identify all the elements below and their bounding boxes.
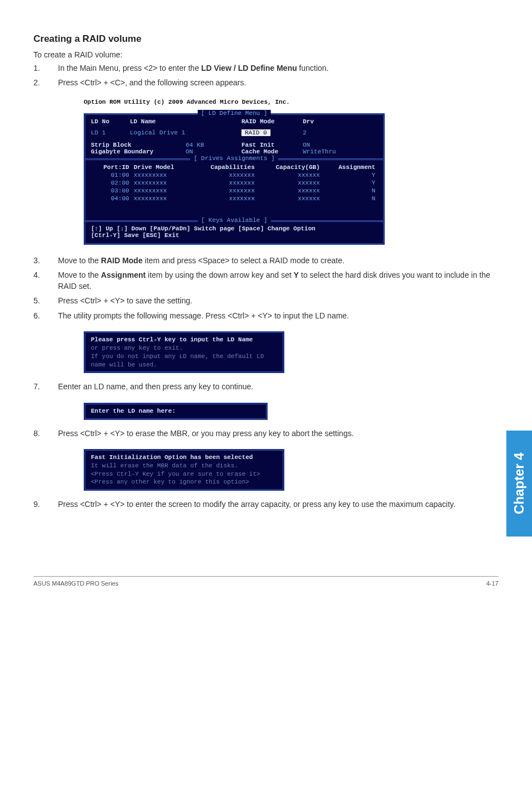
step-number: 2. [33,77,58,88]
bios-screen: [ LD Define Menu ] LD No LD Name RAID Mo… [84,113,385,245]
message-line: <Press Ctrl-Y Key if you are sure to era… [91,470,277,479]
message-line: If you do not input any LD name, the def… [91,352,277,361]
cell: N [322,187,378,195]
cell: xxxxxx [257,195,322,202]
chapter-tab: Chapter 4 [506,431,532,537]
message-line: or press any key to exit. [91,344,277,352]
cell: 02:00 [91,179,132,187]
section-title: Creating a RAID volume [33,33,499,45]
step-text: Eenter an LD name, and then press any ke… [58,381,499,392]
step-text: Move to the RAID Mode item and press <Sp… [58,255,499,266]
cell: xxxxxx [257,179,322,187]
divider: [ Drives Assignments ] [85,158,383,160]
step-item: 5. Press <Ctrl> + <Y> to save the settin… [33,295,499,306]
divider: [ Keys Available ] [85,220,383,222]
table-row: 04:00 xxxxxxxxx xxxxxxx xxxxxx N [91,195,378,202]
step-item: 3. Move to the RAID Mode item and press … [33,255,499,266]
bios-data-row: LD 1 Logical Drive 1 RAID 0 2 [91,129,378,136]
cell: 2 [303,129,307,136]
step-number: 4. [33,269,58,292]
cell: xxxxxxx [192,195,257,202]
step-item: 2. Press <Ctrl> + <C>, and the following… [33,77,499,88]
bios-data-row: Gigabyte Boundary ON Cache Mode WriteThr… [91,148,378,155]
step-item: 8. Press <Ctrl> + <Y> to erase the MBR, … [33,428,499,439]
text-fragment: In the Main Menu, press <2> to enter the [58,64,201,73]
step-text: The utility prompts the following messag… [58,310,499,321]
cell: Logical Drive 1 [130,129,241,136]
col-header: Capacity(GB) [257,163,322,171]
page-body: Creating a RAID volume To create a RAID … [0,0,532,543]
step-number: 9. [33,499,58,510]
cell: xxxxxxxxx [132,195,192,202]
footer-left: ASUS M4A89GTD PRO Series [33,580,118,587]
field-value: ON [186,148,241,155]
keys-help-line: [↑] Up [↓] Down [PaUp/PaDn] Switch page … [91,225,378,232]
intro-text: To create a RAID volume: [33,50,499,59]
bios-header-row: LD No LD Name RAID Mode Drv [91,118,378,125]
cell: xxxxxxxxx [132,187,192,195]
cell: 03:00 [91,187,132,195]
cell: xxxxxx [257,187,322,195]
col-header: LD No [91,118,130,125]
section-label: [ Keys Available ] [198,217,271,224]
field-value: WriteThru [303,148,336,155]
cell: 01:00 [91,171,132,179]
message-line: name will be used. [91,361,277,369]
step-text: Press <Ctrl> + <Y> to save the setting. [58,295,499,306]
message-box: Please press Ctrl-Y key to input the LD … [84,331,284,373]
col-header: Capabilities [192,163,257,171]
field-value: 64 KB [186,142,241,148]
step-item: 6. The utility prompts the following mes… [33,310,499,321]
message-line: It will erase the MBR data of the disks. [91,462,277,470]
step-item: 7. Eenter an LD name, and then press any… [33,381,499,392]
cell-highlight: RAID 0 [241,129,270,136]
text-bold: LD View / LD Define Menu [201,64,297,73]
cell: xxxxxxxxx [132,171,192,179]
keys-help-line: [Ctrl-Y] Save [ESC] Exit [91,232,378,239]
table-row: 02:00 xxxxxxxxx xxxxxxx xxxxxx Y [91,179,378,187]
cell: Y [322,171,378,179]
input-box: Enter the LD name here: [84,403,268,420]
steps-8: 8. Press <Ctrl> + <Y> to erase the MBR, … [33,428,499,439]
step-text: Press <Ctrl> + <C>, and the following sc… [58,77,499,88]
message-line: Fast Initialization Option has been sele… [91,453,277,462]
cell: xxxxxx [257,171,322,179]
steps-mid: 3. Move to the RAID Mode item and press … [33,255,499,321]
field-label: Strip Block [91,142,186,148]
col-header: Port:ID [91,163,132,171]
cell: xxxxxxx [192,171,257,179]
col-header: LD Name [130,118,241,125]
field-value: ON [303,142,310,148]
drives-table: Port:ID Drive Model Capabilities Capacit… [91,163,378,202]
steps-9: 9. Press <Ctrl> + <Y> to enter the scree… [33,499,499,510]
bios-title: [ LD Define Menu ] [198,110,271,117]
cell: Y [322,179,378,187]
step-number: 6. [33,310,58,321]
bios-data-row: Strip Block 64 KB Fast Init ON [91,142,378,148]
cell: N [322,195,378,202]
table-header-row: Port:ID Drive Model Capabilities Capacit… [91,163,378,171]
step-number: 7. [33,381,58,392]
step-number: 1. [33,62,58,74]
cell: LD 1 [91,129,130,136]
bios-caption: Option ROM Utility (c) 2009 Advanced Mic… [84,99,499,105]
col-header: Assignment [322,163,378,171]
step-text: In the Main Menu, press <2> to enter the… [58,62,499,74]
page-footer: ASUS M4A89GTD PRO Series 4-17 [33,576,499,587]
step-number: 5. [33,295,58,306]
footer-right: 4-17 [486,580,499,587]
step-text: Press <Ctrl> + <Y> to enter the screen t… [58,499,499,510]
table-row: 01:00 xxxxxxxxx xxxxxxx xxxxxx Y [91,171,378,179]
cell: xxxxxxxxx [132,179,192,187]
message-box: Fast Initialization Option has been sele… [84,449,284,491]
col-header: Drive Model [132,163,192,171]
cell: xxxxxxx [192,179,257,187]
step-text: Move to the Assignment item by using the… [58,269,499,292]
message-line: Please press Ctrl-Y key to input the LD … [91,336,277,344]
steps-7: 7. Eenter an LD name, and then press any… [33,381,499,392]
step-item: 1. In the Main Menu, press <2> to enter … [33,62,499,74]
field-label: Cache Mode [241,148,303,155]
text-fragment: function. [297,64,328,73]
step-item: 4. Move to the Assignment item by using … [33,269,499,292]
col-header: RAID Mode [241,118,303,125]
